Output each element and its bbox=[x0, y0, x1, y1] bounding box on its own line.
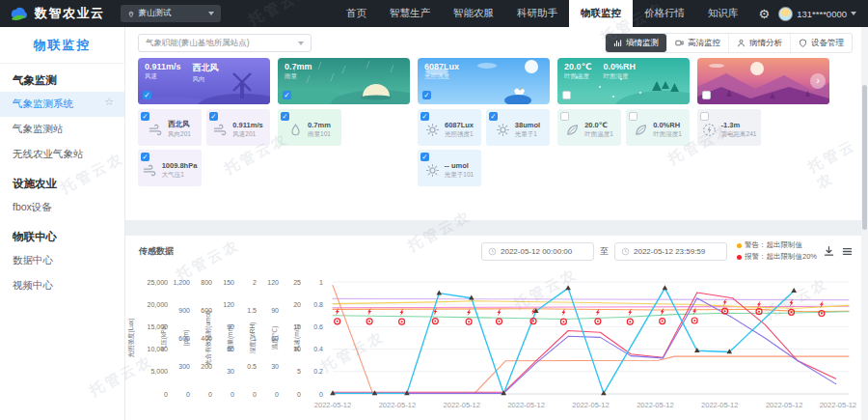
svg-text:0: 0 bbox=[208, 391, 212, 398]
nav-item-link[interactable]: 科研助手 bbox=[505, 0, 569, 27]
checkbox[interactable] bbox=[562, 91, 571, 99]
sidebar-item[interactable]: 数据中心 bbox=[0, 248, 124, 273]
checkbox[interactable]: ✓ bbox=[141, 112, 149, 121]
sidebar-item[interactable]: 气象监测系统☆ bbox=[0, 92, 124, 117]
device-dropdown[interactable]: 气象职能(萧山基地所属站点) bbox=[138, 34, 312, 52]
download-icon[interactable] bbox=[823, 245, 835, 258]
sensor-tile[interactable]: ✓西北风风向201 bbox=[138, 109, 202, 146]
sensor-tile[interactable]: 20.0℃叶面温度1 bbox=[557, 109, 621, 146]
svg-text:光照强度(Lux): 光照强度(Lux) bbox=[127, 319, 135, 358]
chart-menu-icon[interactable] bbox=[841, 245, 854, 258]
scrollbar-thumb[interactable] bbox=[862, 85, 867, 230]
svg-text:800: 800 bbox=[201, 279, 212, 286]
svg-text:2: 2 bbox=[253, 279, 257, 286]
wind-icon bbox=[143, 163, 157, 178]
checkbox[interactable] bbox=[702, 91, 711, 99]
checkbox[interactable]: ✓ bbox=[141, 153, 149, 161]
legend-item: 报警：超出限制值20% bbox=[737, 252, 817, 262]
sensor-tile[interactable]: 0.0%RH叶面湿度1 bbox=[626, 109, 690, 146]
weather-card-sunset[interactable]: › bbox=[697, 58, 829, 104]
checkbox[interactable]: ✓ bbox=[420, 153, 429, 161]
svg-text:2022-05-12: 2022-05-12 bbox=[766, 401, 802, 409]
svg-text:2022-05-12: 2022-05-12 bbox=[379, 401, 416, 409]
sensor-tile[interactable]: -1.3m雷电距离241 bbox=[697, 109, 761, 146]
svg-text:5,000: 5,000 bbox=[150, 368, 168, 375]
svg-text:30: 30 bbox=[271, 363, 279, 370]
sidebar-item[interactable]: fbox设备 bbox=[0, 195, 124, 220]
tile-label: 风速201 bbox=[232, 130, 262, 139]
svg-text:20: 20 bbox=[293, 301, 301, 308]
sensor-tile[interactable]: ✓1009.8hPa大气压1 bbox=[138, 150, 202, 186]
user-menu[interactable]: 131****0000 bbox=[778, 0, 868, 27]
checkbox[interactable]: ✓ bbox=[281, 112, 289, 121]
site-selector-value: 萧山测试 bbox=[139, 8, 204, 19]
nav-item-link[interactable]: 价格行情 bbox=[633, 0, 696, 27]
sensor-tile[interactable]: ✓6087Lux光照强度1 bbox=[418, 109, 481, 146]
carousel-next-button[interactable]: › bbox=[810, 73, 826, 89]
mode-tab-bars[interactable]: 墒情监测 bbox=[606, 34, 666, 52]
card-value: 西北风 bbox=[193, 62, 219, 74]
device-dropdown-value: 气象职能(萧山基地所属站点) bbox=[146, 38, 250, 49]
card-value: 0.0%RH bbox=[603, 62, 636, 71]
sensor-data-title: 传感数据 bbox=[139, 245, 174, 258]
checkbox[interactable]: ✓ bbox=[422, 91, 431, 99]
date-from-value: 2022-05-12 00:00:00 bbox=[501, 247, 572, 256]
checkbox[interactable]: ✓ bbox=[209, 112, 218, 121]
date-to-input[interactable]: 2022-05-12 23:59:59 bbox=[614, 242, 727, 261]
mode-tab-camera[interactable]: 高清监控 bbox=[666, 34, 728, 52]
tile-label: 雷电距离241 bbox=[721, 130, 757, 139]
checkbox[interactable]: ✓ bbox=[143, 91, 151, 99]
topbar: 数智农业云 萧山测试 首页智慧生产智能农服科研助手物联监控价格行情知识库 ⚙ 1… bbox=[0, 0, 868, 27]
sensor-tile[interactable]: ✓0.911m/s风速201 bbox=[206, 109, 270, 146]
mode-tab-shield[interactable]: 设备管理 bbox=[790, 34, 852, 52]
checkbox[interactable] bbox=[560, 112, 569, 121]
page-scrollbar[interactable] bbox=[861, 27, 868, 420]
checkbox[interactable] bbox=[700, 112, 709, 121]
card-label: 叶面湿度 bbox=[603, 72, 636, 81]
leaf-icon bbox=[634, 123, 648, 137]
chevron-down-icon bbox=[851, 12, 856, 15]
nav-item-link[interactable]: 首页 bbox=[335, 0, 378, 27]
svg-text:温度(℃): 温度(℃) bbox=[271, 326, 279, 350]
checkbox[interactable]: ✓ bbox=[420, 112, 429, 121]
weather-card-teal[interactable]: 20.0℃叶面温度0.0%RH叶面湿度 bbox=[557, 58, 690, 104]
sidebar-title: 物联监控 bbox=[0, 27, 124, 64]
wind-icon bbox=[149, 123, 163, 137]
site-selector[interactable]: 萧山测试 bbox=[121, 5, 221, 22]
weather-card-green[interactable]: 0.7mm雨量✓ bbox=[278, 58, 410, 104]
sensor-tile[interactable]: ✓0.7mm雨量101 bbox=[278, 109, 341, 146]
svg-text:150: 150 bbox=[223, 279, 234, 286]
nav-item-link[interactable]: 知识库 bbox=[696, 0, 750, 27]
mode-tab-person[interactable]: 病情分析 bbox=[728, 34, 790, 52]
weather-card-purple[interactable]: 0.911m/s风速西北风风向✓ bbox=[138, 58, 270, 104]
checkbox[interactable]: ✓ bbox=[489, 112, 498, 121]
svg-text:90: 90 bbox=[271, 307, 279, 314]
settings-gear-icon[interactable]: ⚙ bbox=[750, 0, 779, 27]
checkbox[interactable]: ✓ bbox=[283, 91, 291, 99]
sensor-tile[interactable]: ✓38umol光量子1 bbox=[486, 109, 550, 146]
main-nav: 首页智慧生产智能农服科研助手物联监控价格行情知识库 bbox=[335, 0, 750, 27]
sidebar-item[interactable]: 视频中心 bbox=[0, 273, 124, 298]
date-from-input[interactable]: 2022-05-12 00:00:00 bbox=[481, 242, 594, 261]
sidebar-section-header: 气象监测 bbox=[0, 64, 124, 92]
favorite-star-icon[interactable]: ☆ bbox=[104, 96, 114, 108]
svg-text:1,200: 1,200 bbox=[173, 279, 190, 286]
svg-text:(ppm): (ppm) bbox=[182, 330, 190, 347]
chevron-down-icon bbox=[298, 42, 304, 45]
svg-text:0: 0 bbox=[253, 391, 257, 398]
svg-text:2022-05-12: 2022-05-12 bbox=[314, 401, 351, 409]
nav-item-link[interactable]: 智慧生产 bbox=[378, 0, 442, 27]
weather-card-sky[interactable]: 6087Lux光照强度✓ bbox=[418, 58, 550, 104]
checkbox[interactable] bbox=[629, 112, 637, 121]
main-content: 气象职能(萧山基地所属站点) 墒情监测高清监控病情分析设备管理 0.911m/s… bbox=[125, 27, 861, 420]
tile-value: 6087Lux bbox=[445, 121, 474, 129]
sidebar-item[interactable]: 无线农业气象站 bbox=[0, 142, 124, 167]
nav-item-link[interactable]: 智能农服 bbox=[442, 0, 505, 27]
svg-text:雨量(mm): 雨量(mm) bbox=[227, 324, 234, 351]
chart-controls: 2022-05-12 00:00:00 至 2022-05-12 23:59:5… bbox=[481, 240, 854, 262]
nav-item-active[interactable]: 物联监控 bbox=[569, 0, 633, 27]
sidebar-item[interactable]: 气象监测站 bbox=[0, 117, 124, 142]
chevron-down-icon bbox=[208, 12, 214, 15]
card-label: 风速 bbox=[145, 72, 181, 81]
sensor-tile[interactable]: ✓-- umol光量子101 bbox=[418, 150, 481, 186]
